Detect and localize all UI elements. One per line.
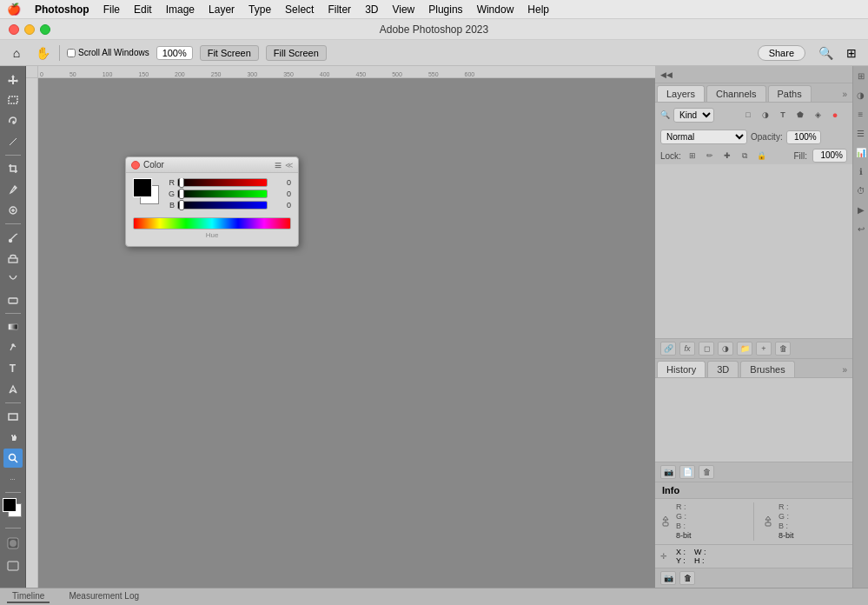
create-new-doc-button[interactable]: 📄 bbox=[679, 465, 695, 479]
menu-edit[interactable]: Edit bbox=[134, 3, 152, 16]
app-name[interactable]: Photoshop bbox=[35, 3, 89, 16]
right-tool-history[interactable]: ⏱ bbox=[855, 184, 867, 196]
shape-filter-icon[interactable]: ⬟ bbox=[793, 108, 807, 122]
status-tab-timeline[interactable]: Timeline bbox=[7, 590, 50, 603]
color-dialog-expand[interactable]: ≪ bbox=[282, 161, 293, 170]
stamp-tool[interactable] bbox=[3, 249, 23, 268]
workspace-button[interactable]: ⊞ bbox=[842, 43, 861, 63]
b-slider-thumb[interactable] bbox=[179, 200, 184, 210]
quick-mask-mode[interactable] bbox=[3, 534, 23, 553]
maximize-button[interactable] bbox=[40, 24, 50, 35]
lock-position-icon[interactable]: ✚ bbox=[721, 150, 733, 162]
info-snapshot-button[interactable]: 📷 bbox=[660, 571, 676, 585]
text-tool[interactable]: T bbox=[3, 359, 23, 378]
info-trash-button[interactable]: 🗑 bbox=[679, 571, 695, 585]
link-layers-button[interactable]: 🔗 bbox=[660, 342, 676, 356]
menu-plugins[interactable]: Plugins bbox=[428, 3, 462, 16]
add-group-button[interactable]: 📁 bbox=[737, 342, 752, 356]
more-tools[interactable]: ··· bbox=[3, 469, 23, 489]
home-button[interactable]: ⌂ bbox=[7, 43, 26, 63]
panel-expand-icon[interactable]: » bbox=[837, 87, 852, 102]
type-filter-icon[interactable]: T bbox=[776, 108, 790, 122]
canvas-area[interactable]: 0 50 100 150 200 250 300 350 400 450 500… bbox=[26, 66, 655, 588]
b-slider[interactable] bbox=[177, 201, 268, 209]
rectangle-shape-tool[interactable] bbox=[3, 407, 23, 426]
hand-tool-option[interactable]: ✋ bbox=[33, 43, 52, 63]
menu-type[interactable]: Type bbox=[248, 3, 271, 16]
history-brush-tool[interactable] bbox=[3, 269, 23, 289]
apple-icon[interactable]: 🍎 bbox=[7, 3, 21, 16]
screen-mode[interactable] bbox=[3, 556, 23, 575]
tab-3d[interactable]: 3D bbox=[707, 361, 739, 377]
right-tool-info[interactable]: ℹ bbox=[855, 165, 867, 177]
wand-tool[interactable] bbox=[3, 132, 23, 151]
gradient-tool[interactable] bbox=[3, 317, 23, 336]
menu-view[interactable]: View bbox=[392, 3, 414, 16]
menu-filter[interactable]: Filter bbox=[328, 3, 351, 16]
minimize-button[interactable] bbox=[24, 24, 35, 35]
crop-tool[interactable] bbox=[3, 159, 23, 178]
fg-color-preview[interactable] bbox=[133, 178, 152, 197]
brush-tool[interactable] bbox=[3, 228, 23, 247]
zoom-value[interactable]: 100% bbox=[156, 46, 193, 60]
menu-3d[interactable]: 3D bbox=[365, 3, 378, 16]
color-dialog-close[interactable] bbox=[131, 161, 140, 170]
pen-tool[interactable] bbox=[3, 338, 23, 357]
lock-all-icon[interactable]: 🔒 bbox=[756, 150, 768, 162]
color-swatches[interactable] bbox=[3, 498, 23, 522]
lock-transparency-icon[interactable]: ⊞ bbox=[686, 150, 699, 162]
close-button[interactable] bbox=[9, 24, 19, 35]
r-slider[interactable] bbox=[177, 178, 268, 187]
fill-screen-button[interactable]: Fill Screen bbox=[266, 45, 327, 61]
panel-collapse-btn[interactable]: ◀◀ bbox=[655, 66, 852, 83]
eraser-tool[interactable] bbox=[3, 290, 23, 309]
right-tool-adjustments[interactable]: ◑ bbox=[855, 89, 867, 101]
status-tab-measurement-log[interactable]: Measurement Log bbox=[63, 590, 144, 603]
fill-value[interactable]: 100% bbox=[812, 149, 847, 163]
menu-window[interactable]: Window bbox=[477, 3, 514, 16]
canvas-bg[interactable]: Color ≡ ≪ R bbox=[38, 78, 655, 588]
tab-brushes[interactable]: Brushes bbox=[740, 361, 794, 377]
layers-kind-select[interactable]: Kind bbox=[673, 108, 714, 123]
g-slider[interactable] bbox=[177, 189, 268, 198]
tab-paths[interactable]: Paths bbox=[768, 85, 812, 102]
right-tool-actions[interactable]: ▶ bbox=[855, 203, 867, 216]
eyedropper-tool[interactable] bbox=[3, 180, 23, 199]
heal-tool[interactable] bbox=[3, 201, 23, 220]
right-tool-libraries[interactable]: ☰ bbox=[855, 127, 867, 139]
r-slider-thumb[interactable] bbox=[179, 178, 184, 188]
add-mask-button[interactable]: ◻ bbox=[699, 342, 714, 356]
tab-history[interactable]: History bbox=[657, 361, 706, 377]
right-tool-layers[interactable]: ⊞ bbox=[855, 70, 867, 82]
history-expand-icon[interactable]: » bbox=[837, 362, 852, 377]
create-snapshot-button[interactable]: 📷 bbox=[660, 465, 676, 479]
menu-help[interactable]: Help bbox=[527, 3, 549, 16]
delete-history-button[interactable]: 🗑 bbox=[699, 465, 714, 479]
zoom-tool[interactable] bbox=[3, 449, 23, 468]
fit-screen-button[interactable]: Fit Screen bbox=[200, 45, 259, 61]
lasso-tool[interactable] bbox=[3, 111, 23, 130]
right-tool-properties[interactable]: ≡ bbox=[855, 108, 867, 120]
blend-mode-select[interactable]: Normal Multiply Screen Overlay bbox=[660, 130, 747, 144]
g-slider-thumb[interactable] bbox=[179, 189, 184, 199]
tab-layers[interactable]: Layers bbox=[657, 85, 705, 102]
lock-pixels-icon[interactable]: ✏ bbox=[704, 150, 716, 162]
add-layer-button[interactable]: + bbox=[756, 342, 772, 356]
share-button[interactable]: Share bbox=[758, 45, 805, 61]
foreground-color-swatch[interactable] bbox=[3, 498, 17, 512]
right-tool-undo[interactable]: ↩ bbox=[855, 223, 867, 235]
menu-layer[interactable]: Layer bbox=[209, 3, 235, 16]
scroll-all-checkbox[interactable] bbox=[67, 49, 76, 57]
path-selection-tool[interactable] bbox=[3, 380, 23, 399]
color-preview-area[interactable] bbox=[133, 178, 161, 206]
opacity-value[interactable]: 100% bbox=[786, 130, 821, 144]
toggle-filter-icon[interactable]: ● bbox=[828, 108, 842, 122]
pixel-filter-icon[interactable]: □ bbox=[741, 108, 755, 122]
move-tool[interactable] bbox=[3, 70, 23, 89]
add-style-button[interactable]: fx bbox=[679, 342, 695, 356]
menu-image[interactable]: Image bbox=[166, 3, 195, 16]
menu-select[interactable]: Select bbox=[285, 3, 314, 16]
color-spectrum[interactable] bbox=[133, 217, 291, 229]
tab-channels[interactable]: Channels bbox=[706, 85, 765, 102]
right-tool-histogram[interactable]: 📊 bbox=[855, 146, 867, 158]
